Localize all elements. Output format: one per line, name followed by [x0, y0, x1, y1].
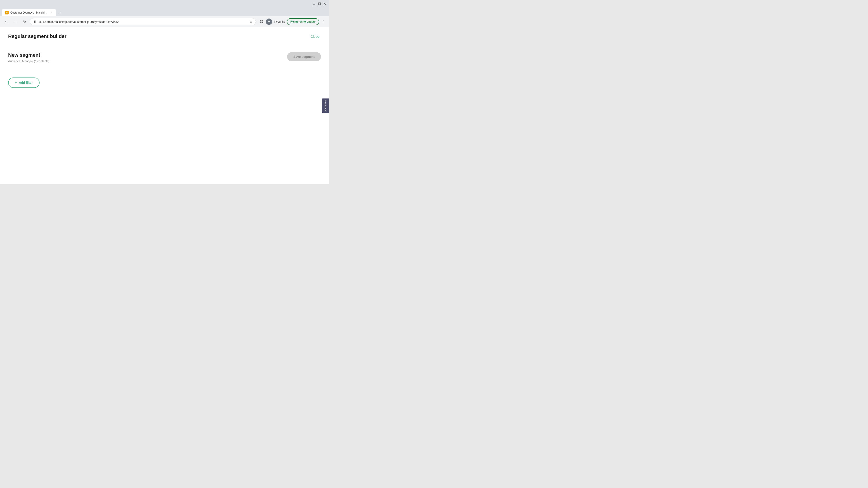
modal-title: Regular segment builder: [8, 33, 66, 39]
window-controls: [313, 2, 327, 6]
address-text: us21.admin.mailchimp.com/customer-journe…: [38, 20, 248, 24]
refresh-nav-button[interactable]: ↻: [21, 18, 28, 25]
modal-header: Regular segment builder Close: [0, 27, 329, 45]
add-filter-label: Add filter: [19, 81, 33, 85]
add-filter-button[interactable]: + Add filter: [8, 77, 39, 88]
svg-rect-4: [34, 21, 35, 23]
close-modal-button[interactable]: Close: [309, 34, 321, 39]
svg-rect-6: [261, 20, 263, 22]
svg-rect-1: [318, 3, 320, 5]
back-nav-button[interactable]: ←: [3, 18, 10, 25]
nav-bar: ← → ↻ us21.admin.mailchimp.com/customer-…: [0, 16, 329, 27]
close-window-button[interactable]: [323, 2, 327, 6]
nav-actions: Incognito Relaunch to update ⋮: [258, 18, 327, 25]
relaunch-button[interactable]: Relaunch to update: [287, 18, 319, 25]
segment-info: New segment Audience: Moodjoy (1 contact…: [8, 52, 49, 63]
svg-rect-5: [260, 20, 261, 22]
browser-chrome: M Customer Journeys | Mailchimp × + ← → …: [0, 0, 329, 27]
modal-dialog: Regular segment builder Close New segmen…: [0, 27, 329, 184]
profile-icon[interactable]: [266, 19, 272, 25]
feedback-side-tab[interactable]: Feedback: [322, 98, 329, 113]
tab-bar: M Customer Journeys | Mailchimp × +: [0, 8, 329, 16]
page-content: M My Drip Campaign Flow Draft Publish Re…: [0, 27, 329, 184]
svg-rect-8: [261, 22, 263, 23]
new-tab-button[interactable]: +: [57, 10, 63, 16]
plus-icon: +: [15, 80, 17, 85]
lock-icon: [33, 20, 36, 24]
tab-favicon: M: [5, 11, 8, 14]
segment-section: New segment Audience: Moodjoy (1 contact…: [0, 45, 329, 70]
segment-name: New segment: [8, 52, 49, 58]
bookmark-icon[interactable]: ☆: [250, 20, 252, 24]
minimize-button[interactable]: [313, 2, 316, 6]
maximize-button[interactable]: [318, 2, 321, 6]
title-bar: [0, 0, 329, 8]
active-tab[interactable]: M Customer Journeys | Mailchimp ×: [2, 9, 56, 16]
extensions-button[interactable]: [258, 18, 265, 25]
incognito-label: Incognito: [274, 20, 285, 23]
address-bar[interactable]: us21.admin.mailchimp.com/customer-journe…: [30, 18, 256, 25]
svg-rect-7: [260, 22, 261, 23]
modal-overlay: Regular segment builder Close New segmen…: [0, 27, 329, 184]
forward-nav-button[interactable]: →: [12, 18, 19, 25]
tab-close-button[interactable]: ×: [49, 11, 53, 14]
tab-title: Customer Journeys | Mailchimp: [10, 11, 48, 14]
more-options-button[interactable]: ⋮: [320, 19, 327, 25]
save-segment-button[interactable]: Save segment: [287, 52, 321, 61]
filter-area: + Add filter: [0, 70, 329, 184]
segment-audience: Audience: Moodjoy (1 contacts): [8, 59, 49, 63]
